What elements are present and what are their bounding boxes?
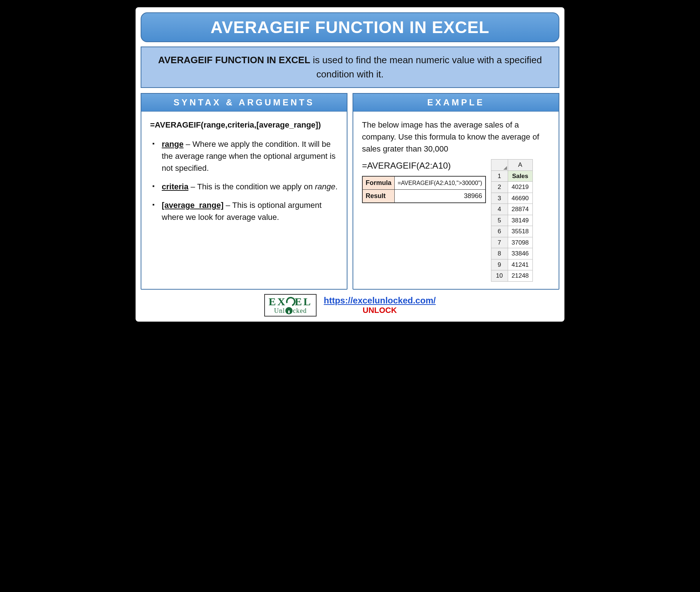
sheet-rownum: 5 xyxy=(491,215,508,226)
footer: EX EL Unl cked https://excelunlocked.com… xyxy=(141,294,559,317)
example-right: A 1Sales 240219 346690 428874 538149 635… xyxy=(491,159,533,282)
formula-label: Formula xyxy=(362,176,395,190)
example-heading: EXAMPLE xyxy=(353,94,559,112)
sheet-col-a: A xyxy=(508,160,532,171)
arg-text-post: . xyxy=(335,182,338,191)
example-intro: The below image has the average sales of… xyxy=(362,119,550,155)
sheet-cell: 46690 xyxy=(508,193,532,204)
logo-top-pre: EX xyxy=(269,296,287,307)
arg-average-range: [average_range] – This is optional argum… xyxy=(152,199,338,223)
sheet-rownum: 2 xyxy=(491,182,508,193)
arg-text-ital: range xyxy=(315,182,335,191)
sheet-header-row: A xyxy=(491,160,532,171)
sheet-row: 240219 xyxy=(491,182,532,193)
example-body: The below image has the average sales of… xyxy=(353,112,559,289)
logo-bot-pre: Unl xyxy=(274,307,285,314)
arg-text-pre: – This is the condition we apply on xyxy=(188,182,315,191)
sheet-rownum: 4 xyxy=(491,204,508,215)
sheet-cell: 40219 xyxy=(508,182,532,193)
table-row: Result 38966 xyxy=(362,190,486,203)
sheet-rownum: 6 xyxy=(491,226,508,237)
sheet-rownum: 8 xyxy=(491,248,508,259)
arg-name: range xyxy=(162,140,184,149)
spreadsheet: A 1Sales 240219 346690 428874 538149 635… xyxy=(491,159,533,282)
infographic-card: AVERAGEIF FUNCTION IN EXCEL AVERAGEIF FU… xyxy=(136,7,564,322)
sheet-cell: 33846 xyxy=(508,248,532,259)
sheet-cell: 38149 xyxy=(508,215,532,226)
sheet-rownum: 1 xyxy=(491,170,508,182)
example-left: =AVERAGEIF(A2:A10) Formula =AVERAGEIF(A2… xyxy=(362,159,486,203)
sheet-row: 538149 xyxy=(491,215,532,226)
syntax-body: =AVERAGEIF(range,criteria,[average_range… xyxy=(141,112,347,237)
sheet-row: 833846 xyxy=(491,248,532,259)
formula-value: =AVERAGEIF(A2:A10,">30000") xyxy=(395,176,486,190)
syntax-heading: SYNTAX & ARGUMENTS xyxy=(141,94,347,112)
logo-top: EX EL xyxy=(269,296,312,307)
formula-result-table: Formula =AVERAGEIF(A2:A10,">30000") Resu… xyxy=(362,176,486,203)
sheet-row: 635518 xyxy=(491,226,532,237)
argument-list: range – Where we apply the condition. It… xyxy=(150,138,338,223)
syntax-formula: =AVERAGEIF(range,criteria,[average_range… xyxy=(150,119,338,131)
excel-unlocked-logo: EX EL Unl cked xyxy=(264,294,317,317)
description-text: is used to find the mean numeric value w… xyxy=(310,55,542,80)
arg-name: [average_range] xyxy=(162,201,224,210)
sheet-rownum: 9 xyxy=(491,259,508,270)
sheet-row: 1Sales xyxy=(491,170,532,182)
footer-links: https://excelunlocked.com/ UNLOCK xyxy=(324,295,436,315)
sheet-row: 346690 xyxy=(491,193,532,204)
keyhole-icon xyxy=(285,307,293,314)
logo-bot-post: cked xyxy=(293,307,307,314)
example-inline-formula: =AVERAGEIF(A2:A10) xyxy=(362,159,486,172)
description-bar: AVERAGEIF FUNCTION IN EXCEL is used to f… xyxy=(141,47,559,88)
sheet-cell: 28874 xyxy=(508,204,532,215)
result-value: 38966 xyxy=(395,190,486,203)
sheet-cell: 35518 xyxy=(508,226,532,237)
arg-range: range – Where we apply the condition. It… xyxy=(152,138,338,174)
sheet-cell: 41241 xyxy=(508,259,532,270)
sheet-row: 941241 xyxy=(491,259,532,270)
description-bold: AVERAGEIF FUNCTION IN EXCEL xyxy=(158,55,310,65)
columns: SYNTAX & ARGUMENTS =AVERAGEIF(range,crit… xyxy=(141,93,559,290)
arg-name: criteria xyxy=(162,182,188,191)
logo-bottom: Unl cked xyxy=(274,307,307,314)
sheet-cell: 37098 xyxy=(508,237,532,248)
result-label: Result xyxy=(362,190,395,203)
logo-top-post: EL xyxy=(295,296,312,307)
sheet-cell: Sales xyxy=(508,170,532,182)
sheet-cell: 21248 xyxy=(508,270,532,282)
sheet-rownum: 7 xyxy=(491,237,508,248)
sheet-row: 737098 xyxy=(491,237,532,248)
example-flex: =AVERAGEIF(A2:A10) Formula =AVERAGEIF(A2… xyxy=(362,159,550,282)
sheet-row: 1021248 xyxy=(491,270,532,282)
page-title: AVERAGEIF FUNCTION IN EXCEL xyxy=(145,17,555,37)
table-row: Formula =AVERAGEIF(A2:A10,">30000") xyxy=(362,176,486,190)
site-link[interactable]: https://excelunlocked.com/ xyxy=(324,295,436,305)
arg-text: – Where we apply the condition. It will … xyxy=(162,140,335,173)
example-panel: EXAMPLE The below image has the average … xyxy=(353,93,559,290)
unlock-text: UNLOCK xyxy=(324,306,436,315)
title-bar: AVERAGEIF FUNCTION IN EXCEL xyxy=(141,12,559,42)
syntax-panel: SYNTAX & ARGUMENTS =AVERAGEIF(range,crit… xyxy=(141,93,347,290)
sheet-rownum: 3 xyxy=(491,193,508,204)
sheet-corner xyxy=(491,160,508,171)
arg-criteria: criteria – This is the condition we appl… xyxy=(152,181,338,193)
sheet-row: 428874 xyxy=(491,204,532,215)
sheet-rownum: 10 xyxy=(491,270,508,282)
